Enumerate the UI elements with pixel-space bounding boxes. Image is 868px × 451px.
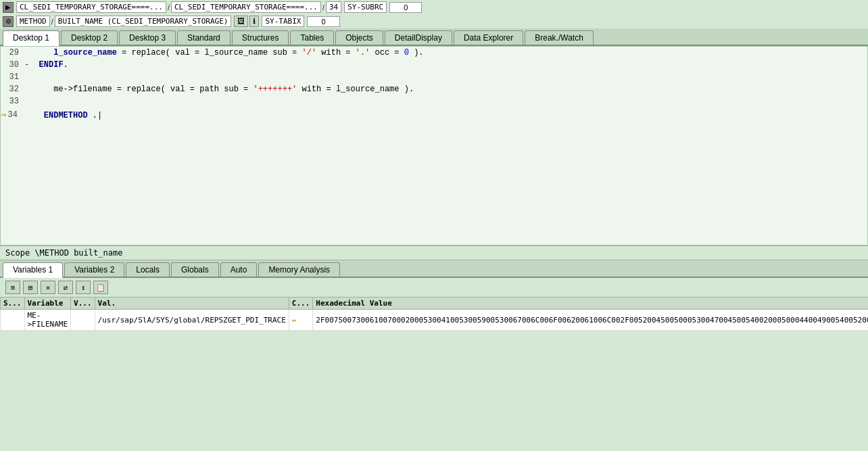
move-button[interactable]: ↕	[76, 281, 91, 294]
breadcrumb-line[interactable]: 34	[326, 1, 341, 13]
tab-breakwatch[interactable]: Break./Watch	[525, 30, 594, 45]
cell-variable: ME->FILENAME	[24, 310, 71, 331]
bottom-tabs: Variables 1 Variables 2 Locals Globals A…	[0, 260, 868, 278]
method-icon[interactable]: ⚙	[3, 16, 14, 27]
toolbar-btn-info[interactable]: ℹ	[249, 16, 259, 27]
code-line-34: ⇒34 ENDMETHOD .|	[1, 109, 867, 121]
pencil-icon: ✏	[292, 315, 297, 325]
tab-globals[interactable]: Globals	[171, 262, 219, 277]
cell-s	[1, 310, 25, 331]
grid-button[interactable]: ⊞	[23, 281, 38, 294]
cell-hex: 2F00750073006100700020005300410053005900…	[313, 310, 868, 331]
main-layout: ▶ CL_SEDI_TEMPORARY_STORAGE====... / CL_…	[0, 0, 868, 451]
breadcrumb-method[interactable]: METHOD	[16, 16, 50, 27]
tab-objects[interactable]: Objects	[335, 30, 383, 45]
tab-variables1[interactable]: Variables 1	[3, 262, 63, 278]
tab-variables2[interactable]: Variables 2	[64, 262, 124, 277]
tab-locals[interactable]: Locals	[126, 262, 170, 277]
tab-standard[interactable]: Standard	[177, 30, 231, 45]
scope-bar: Scope \METHOD built_name	[0, 245, 868, 260]
col-header-v: V...	[71, 298, 95, 310]
cell-v	[71, 310, 95, 331]
variables-toolbar: ≡ ⊞ ✕ ⇄ ↕ 📋	[0, 278, 868, 297]
code-lines: 29 l_source_name = replace( val = l_sour…	[1, 47, 867, 245]
run-icon[interactable]: ▶	[3, 2, 14, 13]
tab-tables[interactable]: Tables	[290, 30, 334, 45]
code-line-31: 31	[1, 72, 867, 85]
breadcrumb-class[interactable]: CL_SEDI_TEMPORARY_STORAGE====...	[16, 1, 166, 13]
line-content-32: me->filename = replace( val = path sub =…	[24, 85, 867, 94]
breadcrumb-sep2: /	[322, 3, 324, 11]
line-number-31: 31	[1, 72, 24, 82]
code-line-32: 32 me->filename = replace( val = path su…	[1, 85, 867, 97]
clipboard-button[interactable]: 📋	[93, 281, 108, 294]
breadcrumb-class2[interactable]: CL_SEDI_TEMPORARY_STORAGE====...	[171, 1, 321, 13]
sy-tabix-label: SY-TABIX	[262, 16, 304, 27]
bottom-panel: Variables 1 Variables 2 Locals Globals A…	[0, 260, 868, 451]
line-content-34: ENDMETHOD .|	[24, 111, 867, 120]
toolbar-row1: ▶ CL_SEDI_TEMPORARY_STORAGE====... / CL_…	[0, 0, 868, 14]
toolbar-row2: ⚙ METHOD / BUILT_NAME (CL_SEDI_TEMPORARY…	[0, 14, 868, 28]
tab-detaildisplay[interactable]: DetailDisplay	[385, 30, 452, 45]
main-tabs: Desktop 1 Desktop 2 Desktop 3 Standard S…	[0, 28, 868, 46]
tab-auto[interactable]: Auto	[220, 262, 258, 277]
col-header-c: C...	[289, 298, 313, 310]
tab-desktop1[interactable]: Desktop 1	[3, 30, 59, 46]
swap-button[interactable]: ⇄	[58, 281, 73, 294]
toolbar-btn-img[interactable]: 🖼	[234, 16, 248, 27]
line-number-34: ⇒34	[1, 109, 24, 120]
scope-label: Scope \METHOD built_name	[5, 248, 122, 258]
code-line-33: 33	[1, 97, 867, 109]
tab-desktop2[interactable]: Desktop 2	[61, 30, 118, 45]
breadcrumb-built-name[interactable]: BUILT_NAME (CL_SEDI_TEMPORARY_STORAGE)	[55, 16, 232, 27]
tab-structures[interactable]: Structures	[232, 30, 289, 45]
sy-subrc-value: 0	[389, 2, 422, 13]
line-content-29: l_source_name = replace( val = l_source_…	[24, 48, 867, 57]
delete-button[interactable]: ✕	[41, 281, 55, 294]
code-line-30: 30 - ENDIF.	[1, 60, 867, 72]
tab-desktop3[interactable]: Desktop 3	[119, 30, 176, 45]
line-number-33: 33	[1, 97, 24, 106]
variables-table: S... Variable V... Val. C... Hexadecimal…	[0, 297, 868, 331]
breadcrumb-sep1: /	[168, 3, 170, 11]
sy-tabix-value: 0	[307, 16, 339, 27]
breadcrumb-sep3: /	[51, 18, 53, 26]
code-editor[interactable]: 29 l_source_name = replace( val = l_sour…	[0, 46, 868, 245]
table-header-row: S... Variable V... Val. C... Hexadecimal…	[1, 298, 869, 310]
code-line-29: 29 l_source_name = replace( val = l_sour…	[1, 48, 867, 60]
line-number-30: 30	[1, 60, 24, 70]
breadcrumb-row1: CL_SEDI_TEMPORARY_STORAGE====... / CL_SE…	[16, 1, 341, 13]
tab-memory-analysis[interactable]: Memory Analysis	[258, 262, 340, 277]
line-content-30: - ENDIF.	[24, 60, 867, 70]
execution-arrow: ⇒	[1, 109, 6, 120]
breadcrumb-row2: METHOD / BUILT_NAME (CL_SEDI_TEMPORARY_S…	[16, 16, 231, 27]
col-header-variable: Variable	[24, 298, 71, 310]
tab-dataexplorer[interactable]: Data Explorer	[454, 30, 523, 45]
list-button[interactable]: ≡	[5, 281, 20, 294]
cell-edit-icon[interactable]: ✏	[289, 310, 313, 331]
cell-val: /usr/sap/SlA/SYS/global/REPSZGET_PDI_TRA…	[95, 310, 289, 331]
col-header-val: Val.	[95, 298, 289, 310]
col-header-s: S...	[1, 298, 25, 310]
line-number-29: 29	[1, 48, 24, 57]
line-number-32: 32	[1, 85, 24, 94]
table-row: ME->FILENAME /usr/sap/SlA/SYS/global/REP…	[1, 310, 869, 331]
sy-subrc-label: SY-SUBRC	[344, 1, 387, 13]
col-header-hex: Hexadecimal Value	[313, 298, 868, 310]
